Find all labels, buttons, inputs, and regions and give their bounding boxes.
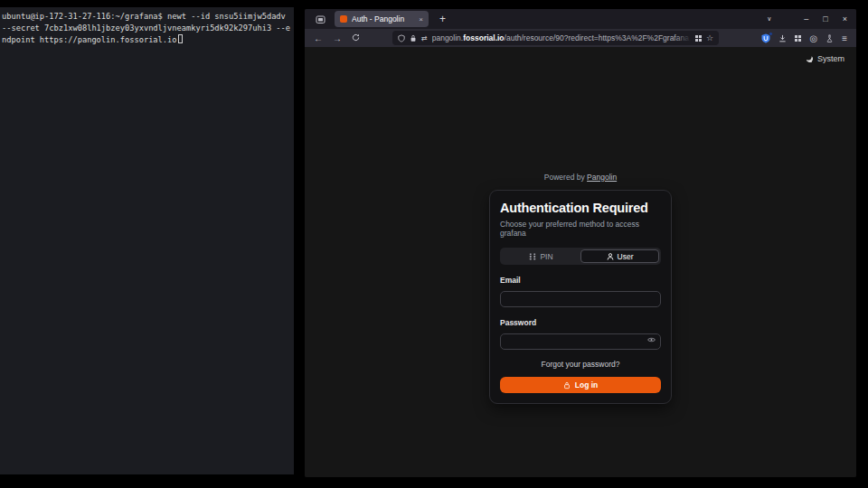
tab-pin-label: PIN [540,252,552,261]
browser-toolbar: ← → ⇄ pangolin.fossorial.io/auth/resourc… [305,29,856,47]
page-content: System Powered by Pangolin Authenticatio… [305,47,856,477]
lock-icon [563,381,571,389]
new-tab-button[interactable]: + [439,14,446,24]
theme-toggle[interactable]: System [807,54,844,63]
email-field-wrap [500,289,661,307]
tab-user[interactable]: User [580,249,659,263]
maximize-button[interactable]: □ [823,14,827,23]
browser-tab-auth-pangolin[interactable]: Auth - Pangolin × [335,11,429,27]
firefox-view-icon[interactable] [316,14,326,24]
bookmark-star-icon[interactable]: ☆ [706,33,713,42]
email-label: Email [500,276,661,285]
login-button[interactable]: Log in [500,377,661,393]
lock-icon[interactable] [410,34,417,42]
downloads-icon[interactable] [778,34,787,42]
nav-buttons: ← → [314,33,360,43]
forgot-password-link[interactable]: Forgot your password? [500,360,661,369]
password-label: Password [500,318,661,327]
terminal-line: ndpoint https://pangolin.fossorial.io [2,34,292,46]
forward-icon[interactable]: → [333,33,342,43]
account-circle-icon[interactable]: ◎ [809,33,817,43]
card-title: Authentication Required [500,201,661,215]
terminal-line: ubuntu@ip-172-31-27-116:~/grafana$ newt … [2,11,292,23]
minimize-button[interactable]: – [804,14,808,23]
powered-by-text: Powered by [544,173,585,182]
keypad-icon [529,253,536,260]
pangolin-favicon-icon [340,15,347,23]
permissions-swap-icon[interactable]: ⇄ [421,34,428,42]
flask-icon[interactable] [826,34,834,42]
tab-pin[interactable]: PIN [502,249,580,263]
password-field-wrap [500,332,661,350]
terminal-line: --secret 7cbz1xw08lh1jbzey03yxvndljvneam… [2,23,292,34]
close-button[interactable]: × [843,14,847,23]
login-button-label: Log in [575,380,599,389]
back-icon[interactable]: ← [314,33,323,43]
password-input[interactable] [500,333,661,350]
moon-icon [806,55,814,63]
terminal-line-text: ndpoint https://pangolin.fossorial.io [2,35,177,44]
theme-toggle-label: System [817,54,844,63]
auth-column: Powered by Pangolin Authentication Requi… [489,173,672,404]
containers-icon[interactable] [695,35,702,42]
card-subtitle: Choose your preferred method to access g… [500,220,661,238]
reload-icon[interactable] [352,33,360,43]
extensions-grid-icon[interactable] [795,35,801,42]
shield-icon[interactable] [398,34,405,42]
auth-card: Authentication Required Choose your pref… [489,190,672,404]
auth-method-tabs: PIN User [500,248,661,265]
terminal-window[interactable]: ubuntu@ip-172-31-27-116:~/grafana$ newt … [0,7,294,474]
show-password-icon[interactable] [647,336,656,343]
extension-badge [769,32,773,36]
list-tabs-icon[interactable]: ∨ [767,15,771,23]
window-controls: ∨ – □ × [767,14,847,23]
pangolin-link[interactable]: Pangolin [587,173,617,182]
powered-by: Powered by Pangolin [489,173,672,182]
url-path: /auth/resource/90?redirect=https%3A%2F%2… [505,33,691,42]
user-icon [607,253,614,260]
ublock-extension-icon[interactable] [761,33,770,43]
email-input[interactable] [500,291,661,307]
menu-icon[interactable]: ≡ [842,33,847,43]
tab-title: Auth - Pangolin [352,14,414,23]
url-subdomain: pangolin. [432,33,464,42]
url-text[interactable]: pangolin.fossorial.io/auth/resource/90?r… [432,33,691,42]
browser-window: Auth - Pangolin × + ∨ – □ × ← → ⇄ [305,9,856,477]
url-bar[interactable]: ⇄ pangolin.fossorial.io/auth/resource/90… [392,31,719,45]
tab-bar: Auth - Pangolin × + ∨ – □ × [305,9,856,29]
toolbar-extensions: ◎ ≡ [761,33,847,43]
terminal-cursor [178,34,183,43]
tab-close-icon[interactable]: × [419,15,423,23]
url-domain: fossorial.io [463,33,504,42]
tab-user-label: User [618,252,634,261]
